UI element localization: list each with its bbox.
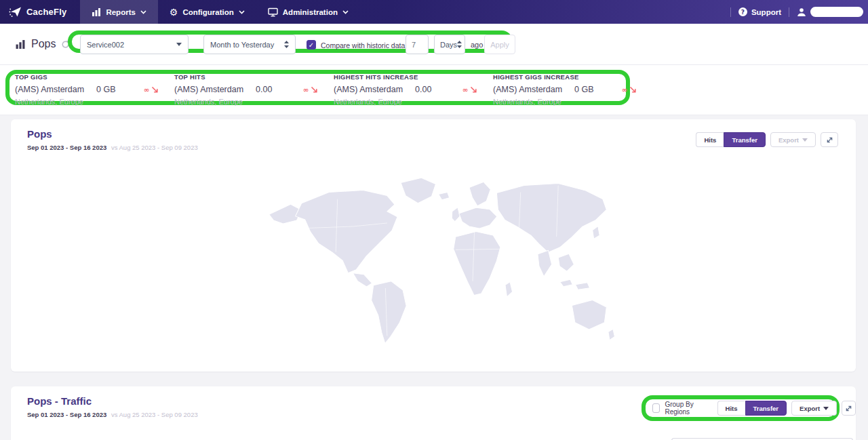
group-by-regions-checkbox[interactable] bbox=[652, 403, 660, 413]
stat-card-highest-hits-increase: HIGHEST HITS INCREASE (AMS) Amsterdam 0.… bbox=[334, 73, 477, 106]
stat-card-top-hits: TOP HITS (AMS) Amsterdam 0.00 ∞ Netherla… bbox=[174, 73, 318, 106]
person-icon bbox=[797, 7, 806, 17]
nav-item-administration[interactable]: Administration bbox=[256, 0, 360, 24]
monitor-icon bbox=[268, 7, 278, 17]
filter-bar: Pops Service002 Month to Yesterday ✓ Com… bbox=[0, 24, 868, 65]
card-title: Pops bbox=[27, 128, 52, 140]
nav-item-configuration[interactable]: ⚙ Configuration bbox=[158, 0, 256, 24]
username-pill bbox=[810, 7, 863, 17]
transfer-button[interactable]: Transfer bbox=[724, 132, 766, 147]
stat-region: Netherlands, Europe bbox=[334, 98, 477, 106]
group-by-regions-label: Group By Regions bbox=[665, 401, 708, 416]
current-range: Sep 01 2023 - Sep 16 2023 bbox=[27, 144, 106, 151]
pops-map-card: Pops Sep 01 2023 - Sep 16 2023 vs Aug 25… bbox=[11, 119, 856, 372]
world-map bbox=[250, 171, 616, 354]
stat-pop-name: (AMS) Amsterdam bbox=[15, 85, 96, 94]
export-label: Export bbox=[800, 405, 820, 412]
divider bbox=[789, 7, 789, 17]
hits-transfer-toggle: Hits Transfer bbox=[717, 401, 787, 416]
unit-select[interactable]: Days bbox=[434, 35, 465, 54]
pops-traffic-card: Pops - Traffic Sep 01 2023 - Sep 16 2023… bbox=[11, 386, 856, 440]
export-label: Export bbox=[778, 136, 799, 144]
ago-label: ago bbox=[471, 41, 483, 49]
stat-label: TOP HITS bbox=[174, 73, 318, 81]
check-icon: ✓ bbox=[309, 41, 314, 49]
expand-button[interactable] bbox=[821, 132, 838, 147]
chevron-down-icon bbox=[342, 10, 349, 14]
page-title-group: Pops bbox=[15, 24, 70, 64]
period-select[interactable]: Month to Yesterday bbox=[203, 35, 296, 54]
offset-input[interactable] bbox=[406, 35, 429, 54]
period-select-value: Month to Yesterday bbox=[210, 41, 274, 49]
navbar-right: ? Support bbox=[730, 0, 868, 24]
support-link[interactable]: ? Support bbox=[738, 7, 781, 16]
map-card-controls: Hits Transfer Export bbox=[696, 132, 838, 147]
stat-region: Netherlands, Europe bbox=[174, 98, 318, 106]
stat-label: HIGHEST HITS INCREASE bbox=[334, 73, 477, 81]
export-button[interactable]: Export bbox=[791, 401, 837, 416]
infinity-icon: ∞ bbox=[144, 86, 149, 94]
page-title: Pops bbox=[31, 38, 56, 50]
card-date-range: Sep 01 2023 - Sep 16 2023 vs Aug 25 2023… bbox=[27, 411, 198, 418]
stat-value: 0.00 bbox=[415, 85, 449, 94]
stat-trend: ∞ bbox=[622, 86, 637, 94]
stat-pop-name: (AMS) Amsterdam bbox=[493, 85, 574, 94]
brand-logo[interactable]: CacheFly bbox=[0, 0, 80, 24]
caret-down-icon bbox=[802, 138, 808, 142]
trend-down-icon bbox=[629, 86, 637, 94]
stat-card-top-gigs: TOP GIGS (AMS) Amsterdam 0 GB ∞ Netherla… bbox=[15, 73, 159, 106]
bar-chart-icon bbox=[15, 39, 26, 49]
current-range: Sep 01 2023 - Sep 16 2023 bbox=[27, 411, 106, 418]
stat-label: HIGHEST GIGS INCREASE bbox=[493, 73, 637, 81]
service-select-value: Service002 bbox=[87, 41, 124, 49]
nav-item-label: Administration bbox=[283, 8, 338, 16]
trend-down-icon bbox=[151, 86, 159, 94]
stat-trend: ∞ bbox=[144, 86, 159, 94]
transfer-button[interactable]: Transfer bbox=[745, 401, 787, 416]
compare-checkbox[interactable]: ✓ bbox=[307, 40, 316, 49]
compare-range: vs Aug 25 2023 - Sep 09 2023 bbox=[111, 144, 198, 151]
nav-item-label: Configuration bbox=[182, 8, 233, 16]
stat-pop-name: (AMS) Amsterdam bbox=[334, 85, 415, 94]
apply-button[interactable]: Apply bbox=[484, 35, 515, 54]
refresh-icon[interactable] bbox=[61, 40, 70, 49]
export-button[interactable]: Export bbox=[770, 132, 816, 147]
brand-name: CacheFly bbox=[26, 7, 66, 17]
card-date-range: Sep 01 2023 - Sep 16 2023 vs Aug 25 2023… bbox=[27, 144, 198, 151]
caret-down-icon bbox=[176, 43, 182, 46]
caret-down-icon bbox=[823, 407, 829, 410]
help-icon: ? bbox=[738, 7, 747, 16]
stat-value: 0 GB bbox=[574, 85, 608, 94]
divider bbox=[730, 7, 731, 17]
stat-trend: ∞ bbox=[462, 86, 477, 94]
stat-trend: ∞ bbox=[303, 86, 318, 94]
compare-checkbox-label: Compare with historic data bbox=[321, 41, 405, 49]
trend-down-icon bbox=[470, 86, 477, 94]
user-menu[interactable] bbox=[797, 7, 863, 17]
stat-card-highest-gigs-increase: HIGHEST GIGS INCREASE (AMS) Amsterdam 0 … bbox=[493, 73, 637, 106]
compare-range: vs Aug 25 2023 - Sep 09 2023 bbox=[111, 411, 198, 418]
stat-value: 0 GB bbox=[96, 85, 130, 94]
stat-region: Netherlands, Europe bbox=[15, 98, 159, 106]
stat-value: 0.00 bbox=[256, 85, 290, 94]
bar-chart-icon bbox=[92, 7, 101, 16]
hits-button[interactable]: Hits bbox=[717, 401, 745, 416]
top-navbar: CacheFly Reports ⚙ Configuration bbox=[0, 0, 868, 24]
updown-caret-icon bbox=[457, 41, 462, 48]
infinity-icon: ∞ bbox=[462, 86, 468, 94]
chevron-down-icon bbox=[140, 10, 146, 14]
infinity-icon: ∞ bbox=[622, 86, 627, 94]
nav-item-reports[interactable]: Reports bbox=[80, 0, 157, 24]
hits-transfer-toggle: Hits Transfer bbox=[696, 132, 765, 147]
stat-region: Netherlands, Europe bbox=[493, 98, 637, 106]
support-label: Support bbox=[751, 8, 781, 16]
stat-label: TOP GIGS bbox=[15, 73, 159, 81]
expand-button[interactable] bbox=[842, 401, 856, 416]
gear-icon: ⚙ bbox=[170, 7, 178, 17]
service-select[interactable]: Service002 bbox=[80, 35, 189, 54]
stat-pop-name: (AMS) Amsterdam bbox=[174, 85, 256, 94]
stats-row: TOP GIGS (AMS) Amsterdam 0 GB ∞ Netherla… bbox=[0, 65, 868, 115]
infinity-icon: ∞ bbox=[303, 86, 309, 94]
hits-button[interactable]: Hits bbox=[696, 132, 724, 147]
chevron-down-icon bbox=[239, 10, 245, 14]
